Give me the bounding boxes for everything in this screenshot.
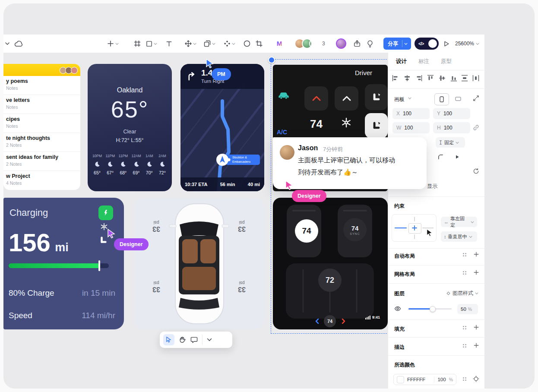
list-item[interactable]: ve letters Notes [3, 95, 80, 114]
width-input[interactable]: W 100 [392, 122, 430, 133]
seat-vent-tile[interactable] [365, 84, 388, 110]
list-item[interactable]: w Project 4 Notes [3, 171, 80, 190]
distribute-v-icon[interactable] [461, 74, 468, 82]
show-label[interactable]: 显示 [427, 183, 437, 190]
grid-layout-add-icon[interactable] [473, 269, 479, 275]
zoom-control[interactable]: 25600% [455, 35, 479, 53]
list-item[interactable]: cipes Notes [3, 114, 80, 133]
auto-layout-grid-icon[interactable] [462, 252, 468, 258]
charge-progress-handle[interactable] [98, 260, 100, 271]
seat-temp-front-right-sync[interactable]: 74 SYNC [343, 218, 367, 241]
present-play-button[interactable] [443, 35, 450, 53]
frame-navigation-map[interactable]: Stockton & Embarcadero 1.4 Turn Right 10… [180, 64, 264, 191]
constrain-proportions-link-icon[interactable] [473, 124, 479, 131]
constraint-right-tick[interactable] [422, 228, 434, 228]
stroke-grid-icon[interactable] [462, 343, 468, 349]
auto-layout-add-icon[interactable] [473, 251, 479, 257]
x-position-input[interactable]: X 100 [392, 108, 430, 119]
reset-size-icon[interactable] [473, 168, 479, 174]
export-icon[interactable] [353, 35, 361, 53]
align-bottom-icon[interactable] [450, 74, 458, 82]
toolbar-collapse-chevron[interactable] [207, 338, 212, 341]
opacity-slider-handle[interactable] [430, 306, 436, 312]
seat-temp-bottom[interactable]: 74 [324, 315, 336, 327]
current-user-avatar[interactable] [336, 35, 346, 53]
ai-logo[interactable]: M [275, 35, 284, 53]
hand-tool-button[interactable] [179, 336, 186, 344]
component-tool[interactable] [224, 35, 235, 53]
toggle-knob[interactable] [428, 39, 437, 48]
layers-tool[interactable] [204, 35, 215, 53]
list-item[interactable]: sent ideas for family 2 Notes [3, 152, 80, 171]
list-item[interactable]: te night thoughts 2 Notes [3, 133, 80, 152]
prev-chevron-icon[interactable] [314, 318, 320, 325]
fan-up-button[interactable] [335, 86, 358, 111]
shape-tool[interactable] [146, 35, 157, 53]
color-grid-icon[interactable] [462, 376, 468, 382]
distribute-h-icon[interactable] [472, 74, 480, 82]
height-input[interactable]: H 100 [433, 122, 470, 133]
insert-plus-tool[interactable] [107, 35, 119, 53]
move-tool[interactable] [185, 35, 196, 53]
corner-options-icon[interactable] [451, 152, 463, 162]
frame-notes-app[interactable]: y poems Notes ve letters Notes cipes Not… [3, 64, 80, 190]
frame-tool[interactable] [134, 35, 141, 53]
orientation-portrait-button[interactable] [434, 93, 449, 105]
selected-color-row[interactable]: FFFFFF 100 % [393, 374, 456, 385]
mask-tool[interactable] [244, 35, 250, 53]
align-middle-v-icon[interactable] [438, 74, 446, 82]
color-swatch[interactable] [397, 376, 404, 383]
layer-style-dropdown[interactable]: 图层样式 [446, 290, 478, 297]
cloud-sync-icon[interactable] [14, 35, 23, 53]
constraint-left-tick[interactable] [395, 228, 407, 228]
grid-layout-grid-icon[interactable] [462, 270, 468, 276]
align-top-icon[interactable] [427, 74, 434, 82]
seat-heat-tile[interactable] [365, 113, 388, 138]
fill-add-icon[interactable] [473, 324, 479, 330]
list-item[interactable]: y poems Notes [3, 76, 80, 95]
opacity-value-input[interactable]: 50 % [457, 304, 478, 314]
horizontal-constraint-dropdown[interactable]: ↔ 靠左固定 [441, 217, 477, 227]
frame-charging-card[interactable]: Charging 156 mi 80% Charge in 15 min Spe… [3, 198, 124, 329]
frame-seat-card[interactable]: 74 74 SYNC 72 74 9:41 [273, 198, 388, 329]
slice-tool[interactable] [256, 35, 263, 53]
tab-annotate[interactable]: 标注 [418, 58, 429, 65]
frame-car-top-view[interactable]: 33psi 33psi 33psi 33psi [134, 198, 264, 329]
collaborator-avatars[interactable]: 3 [294, 35, 325, 53]
align-center-h-icon[interactable] [403, 74, 411, 82]
corner-radius-icon[interactable] [434, 152, 446, 162]
vertical-constraint-dropdown[interactable]: ↕ 垂直居中 [441, 231, 477, 242]
seat-temp-front-left[interactable]: 74 [295, 219, 318, 243]
share-button[interactable]: 分享 [383, 38, 411, 50]
dev-mode-toggle[interactable]: </> [415, 38, 439, 50]
artboard-chevron-icon[interactable] [408, 97, 411, 99]
position-fixed-dropdown[interactable]: 固定 [436, 137, 465, 148]
selection-handle[interactable] [268, 57, 275, 63]
tab-design[interactable]: 设计 [396, 58, 407, 65]
next-chevron-icon[interactable] [340, 318, 346, 325]
expand-icon[interactable] [473, 95, 479, 101]
select-tool-button[interactable] [163, 334, 174, 345]
align-right-icon[interactable] [415, 74, 423, 82]
idea-bulb-icon[interactable] [366, 35, 374, 53]
seat-temp-rear[interactable]: 72 [318, 269, 342, 292]
orientation-landscape-button[interactable] [451, 93, 465, 104]
visibility-eye-icon[interactable] [394, 305, 401, 312]
constraint-bottom-tick[interactable] [414, 234, 415, 239]
comment-card[interactable]: Jason 7分钟前 主面板早上评审已确认，可以移动 到待开发画布了👍～ [273, 137, 427, 189]
comment-tool-button[interactable] [190, 336, 198, 344]
share-chevron-icon[interactable] [404, 43, 408, 45]
align-left-icon[interactable] [392, 74, 399, 82]
avatar[interactable] [309, 38, 320, 49]
stroke-add-icon[interactable] [473, 342, 479, 348]
temp-up-button[interactable] [304, 86, 328, 111]
tab-prototype[interactable]: 原型 [441, 58, 452, 65]
constraint-top-tick[interactable] [414, 217, 415, 221]
menu-chevron-icon[interactable] [5, 35, 9, 53]
eyedropper-target-icon[interactable] [473, 376, 479, 382]
y-position-input[interactable]: Y 100 [433, 108, 470, 119]
text-tool[interactable] [166, 35, 172, 53]
frame-weather-widget[interactable]: Oakland 65° Clear H:72° L:55° 10PM65° 11… [88, 64, 172, 191]
fill-grid-icon[interactable] [462, 325, 468, 331]
constraints-widget[interactable] [392, 214, 437, 242]
